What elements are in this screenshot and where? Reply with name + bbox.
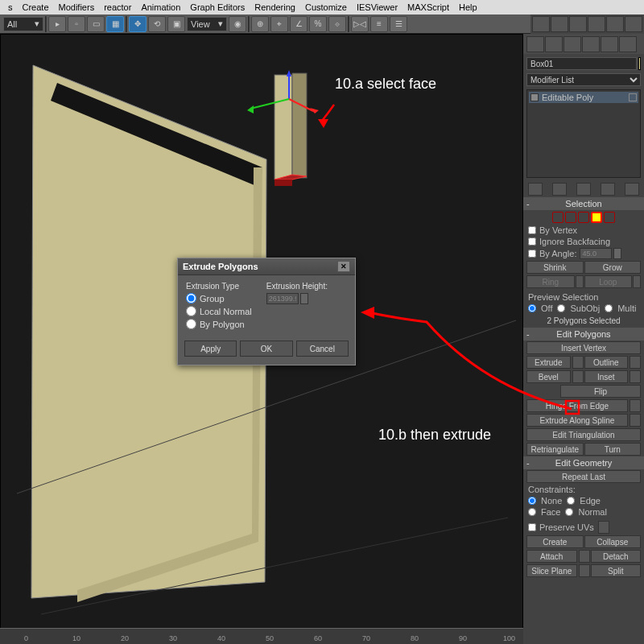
constraint-normal-radio[interactable] — [565, 508, 573, 516]
panel-icon[interactable] — [601, 36, 618, 52]
edge-mode-icon[interactable] — [565, 212, 576, 223]
ring-spinner-icon[interactable] — [576, 275, 584, 288]
align-icon[interactable]: ≡ — [370, 16, 388, 32]
object-name-field[interactable] — [526, 57, 637, 70]
preserve-uv-check[interactable] — [528, 523, 536, 531]
outline-settings-icon[interactable] — [630, 356, 641, 369]
cancel-button[interactable]: Cancel — [296, 341, 349, 357]
pin-stack-icon[interactable] — [528, 183, 543, 196]
motion-tab-icon[interactable] — [588, 16, 605, 32]
modify-tab-icon[interactable] — [551, 16, 568, 32]
edit-geometry-header[interactable]: -Edit Geometry — [523, 456, 644, 469]
spinner-arrows-icon[interactable] — [300, 293, 308, 304]
angle-snap-icon[interactable]: ∠ — [290, 16, 308, 32]
remove-mod-icon[interactable] — [601, 183, 615, 196]
percent-snap-icon[interactable]: % — [309, 16, 327, 32]
extrude-button[interactable]: Extrude — [526, 356, 571, 369]
border-mode-icon[interactable] — [578, 212, 589, 223]
close-icon[interactable]: ✕ — [337, 261, 350, 272]
layers-icon[interactable]: ☰ — [390, 16, 407, 32]
snap-icon[interactable]: ⌖ — [270, 16, 288, 32]
ok-button[interactable]: OK — [240, 341, 292, 357]
preview-multi-radio[interactable] — [605, 304, 613, 312]
utilities-tab-icon[interactable] — [625, 16, 642, 32]
collapse-button[interactable]: Collapse — [584, 535, 642, 548]
slice-settings-icon[interactable] — [579, 564, 590, 577]
by-polygon-radio[interactable] — [186, 319, 196, 329]
edit-tri-button[interactable]: Edit Triangulation — [526, 428, 641, 441]
spinner-arrows-icon[interactable] — [613, 248, 621, 259]
preserve-uv-settings-icon[interactable] — [598, 521, 609, 534]
slice-plane-button[interactable]: Slice Plane — [526, 564, 577, 577]
unique-icon[interactable] — [576, 183, 591, 196]
menu-item[interactable]: MAXScript — [402, 0, 454, 14]
configure-icon[interactable] — [625, 183, 639, 196]
menu-item[interactable]: Customize — [300, 0, 352, 14]
time-slider[interactable]: 0 10 20 30 40 50 60 70 80 90 100 — [0, 628, 523, 644]
attach-button[interactable]: Attach — [526, 550, 577, 563]
vertex-mode-icon[interactable] — [552, 212, 564, 223]
constraint-none-radio[interactable] — [528, 497, 536, 505]
grow-button[interactable]: Grow — [584, 261, 642, 274]
modifier-item[interactable]: Editable Poly — [529, 92, 638, 103]
dialog-titlebar[interactable]: Extrude Polygons ✕ — [178, 258, 355, 275]
constraint-edge-radio[interactable] — [567, 497, 575, 505]
panel-icon[interactable] — [526, 36, 544, 52]
select-crossing-icon[interactable]: ▦ — [106, 16, 124, 32]
attach-settings-icon[interactable] — [579, 550, 590, 563]
menu-item[interactable]: reactor — [99, 0, 136, 14]
inset-settings-icon[interactable] — [630, 370, 641, 383]
mirror-icon[interactable]: ▷◁ — [351, 16, 369, 32]
manipulate-icon[interactable]: ⊕ — [251, 16, 269, 32]
hinge-button[interactable]: Hinge From Edge — [526, 399, 628, 412]
menu-item[interactable]: s — [3, 0, 18, 14]
modifier-list-dropdown[interactable]: Modifier List — [526, 73, 641, 86]
pivot-icon[interactable]: ◉ — [229, 16, 246, 32]
edit-polygons-header[interactable]: -Edit Polygons — [523, 328, 644, 341]
extrude-spline-settings-icon[interactable] — [630, 414, 641, 427]
select-region-icon[interactable]: ▫ — [68, 16, 85, 32]
panel-icon[interactable] — [619, 36, 637, 52]
ref-coord-dropdown[interactable]: View▾ — [187, 17, 227, 31]
menu-item[interactable]: Help — [454, 0, 482, 14]
select-window-icon[interactable]: ▭ — [87, 16, 105, 32]
menu-item[interactable]: Graph Editors — [185, 0, 250, 14]
preview-subobj-radio[interactable] — [557, 304, 565, 312]
panel-icon[interactable] — [545, 36, 563, 52]
create-tab-icon[interactable] — [532, 16, 550, 32]
menu-item[interactable]: Animation — [136, 0, 185, 14]
rotate-tool-icon[interactable]: ⟲ — [148, 16, 166, 32]
show-end-icon[interactable] — [552, 183, 567, 196]
object-color-swatch[interactable] — [638, 57, 641, 70]
hinge-settings-icon[interactable] — [630, 399, 641, 412]
by-angle-check[interactable] — [528, 250, 536, 258]
extrude-spline-button[interactable]: Extrude Along Spline — [526, 414, 628, 427]
polygon-mode-icon[interactable] — [591, 212, 602, 223]
menu-item[interactable]: Rendering — [250, 0, 300, 14]
bulb-icon[interactable] — [530, 93, 539, 101]
local-normal-radio[interactable] — [186, 306, 196, 316]
selection-set-dropdown[interactable]: All▾ — [3, 17, 43, 31]
extrusion-height-field[interactable] — [266, 293, 299, 304]
move-tool-icon[interactable]: ✥ — [129, 16, 147, 32]
bevel-button[interactable]: Bevel — [526, 370, 571, 383]
apply-button[interactable]: Apply — [184, 341, 237, 357]
constraint-face-radio[interactable] — [528, 508, 536, 516]
panel-icon[interactable] — [564, 36, 581, 52]
menu-item[interactable]: Modifiers — [54, 0, 100, 14]
detach-button[interactable]: Detach — [591, 550, 642, 563]
ignore-backfacing-check[interactable] — [528, 237, 536, 246]
loop-spinner-icon[interactable] — [633, 275, 641, 288]
scale-tool-icon[interactable]: ▣ — [167, 16, 185, 32]
turn-button[interactable]: Turn — [584, 443, 642, 456]
retriangulate-button[interactable]: Retriangulate — [526, 443, 584, 456]
group-radio[interactable] — [186, 293, 196, 303]
preview-off-radio[interactable] — [528, 304, 536, 312]
split-button[interactable]: Split — [591, 564, 642, 577]
selection-rollout-header[interactable]: -Selection — [523, 197, 644, 210]
flip-button[interactable]: Flip — [560, 385, 641, 398]
outline-button[interactable]: Outline — [584, 356, 629, 369]
modifier-stack[interactable]: Editable Poly — [526, 89, 641, 178]
pin-icon[interactable] — [629, 93, 637, 101]
shrink-button[interactable]: Shrink — [526, 261, 584, 274]
